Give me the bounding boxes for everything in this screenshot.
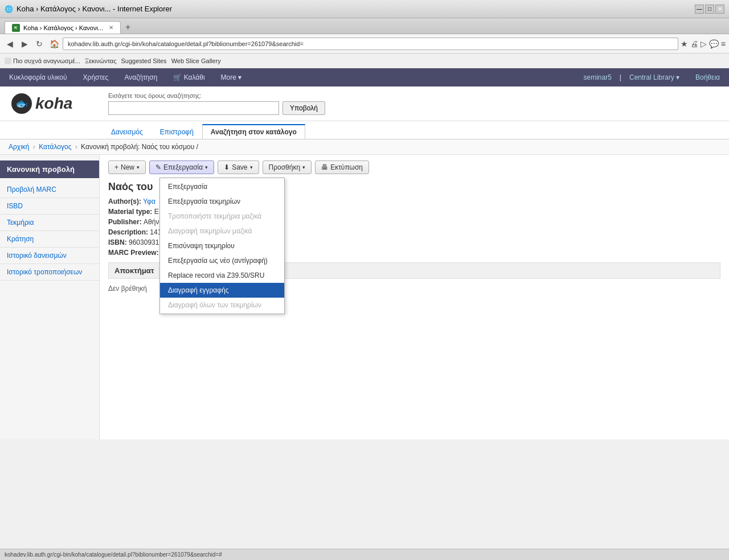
search-area: 🐟 koha Εισάγετε τους όρους αναζήτησης: Υ…: [0, 87, 729, 121]
sidebar-item-items[interactable]: Τεκμήρια: [0, 215, 99, 231]
dropdown-item-edit-items[interactable]: Επεξεργασία τεκμηρίων: [160, 194, 284, 209]
sidebar-item-reservation[interactable]: Κράτηση: [0, 231, 99, 248]
bookmark-item-suggested[interactable]: Suggested Sites: [121, 57, 167, 64]
dropdown-item-bulk-delete: Διαγραφή τεκμηρίων μαζικά: [160, 224, 284, 238]
nav-more[interactable]: More ▾: [218, 71, 245, 84]
publisher-label: Publisher:: [108, 218, 142, 226]
tab-loan[interactable]: Δανεισμός: [103, 125, 151, 139]
tab-return[interactable]: Επιστροφή: [151, 125, 202, 139]
add-label: Προσθήκη: [269, 163, 301, 171]
dropdown-item-bulk-modify: Τροποποιήστε τεκμήρια μαζικά: [160, 209, 284, 224]
print-label: Εκτύπωση: [330, 163, 363, 171]
edit-icon: ✎: [155, 163, 161, 171]
isbn-label: ISBN:: [108, 238, 127, 246]
holdings-note-suffix: ή: [143, 285, 147, 293]
sidebar-item-mod-history[interactable]: Ιστορικό τροποποιήσεων: [0, 264, 99, 281]
bookmark-item-frequent[interactable]: Πιο συχνά αναγνωσμέ...: [5, 57, 80, 64]
add-caret-icon: ▾: [302, 164, 305, 170]
author-value[interactable]: Υφα: [143, 197, 155, 205]
browser-titlebar: 🌐 Koha › Κατάλογος › Κανονι... - Interne…: [0, 0, 729, 18]
refresh-button[interactable]: ↻: [33, 38, 46, 50]
breadcrumb: Αρχική › Κατάλογος › Κανονική προβολή: Ν…: [0, 139, 729, 155]
favorites-icon[interactable]: ★: [681, 39, 688, 48]
home-button[interactable]: 🏠: [48, 38, 60, 50]
sidebar: Κανονική προβολή Προβολή MARC ISBD Τεκμή…: [0, 155, 100, 439]
koha-nav-right: seminar5 | Central Library ▾ Βοήθεια: [580, 71, 723, 84]
navigation-icon[interactable]: ▷: [701, 39, 707, 48]
address-input[interactable]: [63, 38, 678, 50]
koha-logo: 🐟 koha: [11, 93, 103, 114]
breadcrumb-sep2: ›: [75, 143, 77, 151]
save-icon: ⬇: [224, 163, 230, 171]
minimize-button[interactable]: —: [695, 5, 704, 14]
nav-basket[interactable]: 🛒 Καλάθι: [170, 71, 208, 84]
search-submit-button[interactable]: Υποβολή: [282, 101, 325, 115]
sidebar-item-marc[interactable]: Προβολή MARC: [0, 182, 99, 198]
browser-tabbar: K Koha › Κατάλογος › Κανονι... ✕ +: [0, 18, 729, 34]
titlebar-left: 🌐 Koha › Κατάλογος › Κανονι... - Interne…: [5, 5, 172, 13]
window-controls: — □ ✕: [695, 5, 724, 14]
print-icon: 🖶: [321, 163, 328, 171]
edit-button[interactable]: ✎ Επεξεργασία ▾: [149, 160, 214, 174]
search-label: Εισάγετε τους όρους αναζήτησης:: [108, 92, 718, 99]
nav-library[interactable]: Central Library ▾: [626, 71, 683, 84]
tab-catalog-search[interactable]: Αναζήτηση στον κατάλογο: [202, 124, 305, 139]
dropdown-item-attach[interactable]: Επισύναψη τεκμηρίου: [160, 238, 284, 253]
koha-logo-icon: 🐟: [11, 93, 32, 114]
dropdown-item-edit[interactable]: Επεξεργασία: [160, 179, 284, 194]
nav-user[interactable]: seminar5: [580, 71, 615, 84]
browser-title: Koha › Κατάλογος › Κανονι... - Internet …: [17, 5, 172, 13]
dropdown-item-delete-all-items: Διαγραφή όλων των τεκμηρίων: [160, 298, 284, 312]
nav-search[interactable]: Αναζήτηση: [121, 71, 161, 84]
author-label: Author(s):: [108, 197, 141, 205]
browser-tab-active[interactable]: K Koha › Κατάλογος › Κανονι... ✕: [5, 21, 121, 34]
add-button[interactable]: Προσθήκη ▾: [263, 160, 312, 174]
material-value: E: [154, 208, 159, 216]
bookmark-label: Web Slice Gallery: [171, 57, 221, 64]
forward-button[interactable]: ▶: [18, 38, 31, 50]
dropdown-item-delete-record[interactable]: Διαγραφή εγγραφής: [160, 283, 284, 298]
bookmark-item-start[interactable]: Ξεκινώντας: [85, 57, 116, 64]
bookmark-label: Ξεκινώντας: [85, 57, 116, 64]
addressbar-icons: ★ 🖨 ▷ 💬 ≡: [681, 39, 726, 48]
material-label: Material type:: [108, 208, 152, 216]
caret-icon: ▾: [137, 164, 140, 170]
nav-circulation[interactable]: Κυκλοφορία υλικού: [6, 71, 71, 84]
content-area: + New ▾ ✎ Επεξεργασία ▾ ⬇ Save ▾ Προσθήκ…: [100, 155, 729, 439]
breadcrumb-home[interactable]: Αρχική: [9, 143, 29, 151]
browser-addressbar: ◀ ▶ ↻ 🏠 ★ 🖨 ▷ 💬 ≡: [0, 34, 729, 53]
save-caret-icon: ▾: [250, 164, 253, 170]
new-tab-button[interactable]: +: [123, 21, 133, 34]
breadcrumb-catalog[interactable]: Κατάλογος: [39, 143, 71, 151]
close-button[interactable]: ✕: [715, 5, 724, 14]
marc-label: MARC Preview:: [108, 249, 159, 257]
new-label: New: [121, 163, 134, 171]
maximize-button[interactable]: □: [705, 5, 714, 14]
tab-label: Koha › Κατάλογος › Κανονι...: [23, 24, 103, 31]
dropdown-item-copy[interactable]: Επεξεργασία ως νέο (αντίγραφή): [160, 253, 284, 268]
print-icon[interactable]: 🖨: [690, 39, 698, 48]
dropdown-item-replace-z3950[interactable]: Replace record via Z39.50/SRU: [160, 268, 284, 283]
search-tabs: Δανεισμός Επιστροφή Αναζήτηση στον κατάλ…: [0, 121, 729, 139]
print-button[interactable]: 🖶 Εκτύπωση: [315, 160, 369, 174]
holdings-note-text: Δεν βρέθηκ: [108, 285, 143, 293]
chat-icon[interactable]: 💬: [709, 39, 719, 48]
nav-help[interactable]: Βοήθεια: [692, 71, 723, 84]
bookmark-favicon: [5, 57, 11, 64]
save-button[interactable]: ⬇ Save ▾: [218, 160, 259, 174]
nav-users[interactable]: Χρήστες: [80, 71, 112, 84]
bookmark-item-webslice[interactable]: Web Slice Gallery: [171, 57, 221, 64]
sidebar-item-loan-history[interactable]: Ιστορικό δανεισμών: [0, 248, 99, 264]
nav-library-caret: ▾: [676, 73, 679, 81]
search-row: Υποβολή: [108, 101, 718, 115]
sidebar-item-isbd[interactable]: ISBD: [0, 198, 99, 215]
tab-close-button[interactable]: ✕: [109, 24, 113, 31]
tab-favicon: K: [12, 24, 20, 32]
search-input[interactable]: [108, 101, 279, 115]
save-label: Save: [232, 163, 247, 171]
koha-content: 🐟 koha Εισάγετε τους όρους αναζήτησης: Υ…: [0, 87, 729, 439]
menu-icon[interactable]: ≡: [721, 39, 726, 48]
back-button[interactable]: ◀: [3, 38, 16, 50]
edit-caret-icon: ▾: [205, 164, 208, 170]
new-button[interactable]: + New ▾: [108, 160, 146, 174]
